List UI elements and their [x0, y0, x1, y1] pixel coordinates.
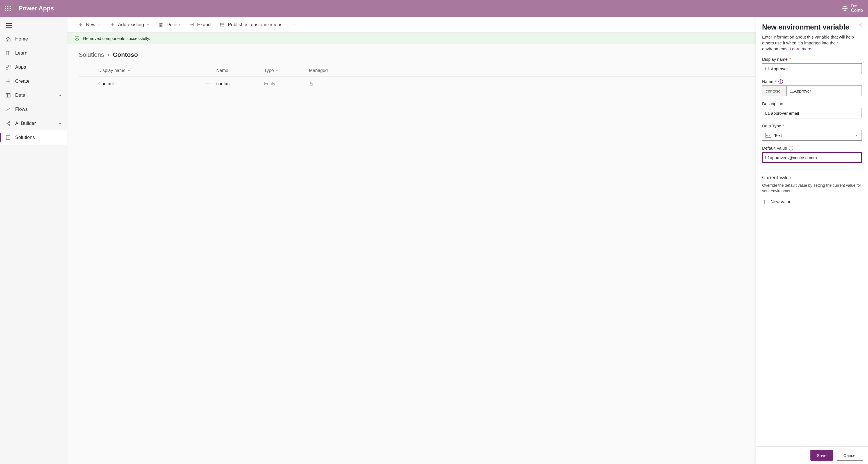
- sidebar-item-learn[interactable]: Learn: [0, 46, 67, 60]
- name-label: Name* i: [762, 79, 862, 84]
- delete-button[interactable]: Delete: [155, 20, 184, 29]
- svg-rect-30: [220, 23, 224, 26]
- publish-button[interactable]: Publish all customizations: [216, 20, 286, 29]
- chevron-right-icon: ›: [107, 51, 110, 58]
- info-icon[interactable]: i: [789, 146, 793, 150]
- new-value-button[interactable]: New value: [762, 199, 862, 204]
- top-bar: Power Apps Environ Conto: [0, 0, 868, 17]
- breadcrumb: Solutions › Contoso: [67, 44, 868, 64]
- grid-header: Display name Name Type Managed: [79, 64, 857, 77]
- svg-rect-7: [6, 67, 8, 69]
- chevron-down-icon: [98, 23, 101, 26]
- sidebar: Home Learn Apps Create: [0, 17, 67, 464]
- app-launcher-icon[interactable]: [5, 6, 11, 11]
- sidebar-item-home[interactable]: Home: [0, 32, 67, 46]
- name-input[interactable]: [786, 86, 862, 96]
- chevron-down-icon: [127, 69, 131, 72]
- plus-icon: [110, 22, 115, 28]
- svg-line-17: [7, 124, 9, 124]
- datatype-select[interactable]: Abc Text: [762, 130, 862, 141]
- hamburger-button[interactable]: [0, 17, 67, 32]
- environment-name: Conto: [851, 8, 863, 13]
- sidebar-item-create[interactable]: Create: [0, 74, 67, 88]
- svg-rect-25: [160, 24, 162, 27]
- column-type[interactable]: Type: [264, 68, 309, 73]
- main-content: New Add existing Delete: [67, 17, 868, 464]
- lock-icon: [309, 82, 345, 86]
- description-input[interactable]: [762, 108, 862, 118]
- plus-icon: [762, 199, 767, 204]
- sidebar-item-label: Flows: [15, 107, 28, 112]
- learn-more-link[interactable]: Learn more: [789, 47, 811, 51]
- command-bar: New Add existing Delete: [67, 17, 868, 33]
- currentvalue-desc: Override the default value by setting th…: [762, 183, 862, 194]
- new-env-variable-panel: New environment variable Enter informati…: [756, 17, 868, 464]
- delete-label: Delete: [166, 22, 180, 28]
- svg-rect-5: [6, 65, 8, 67]
- ai-icon: [5, 120, 11, 126]
- success-banner: Removed components successfully.: [67, 33, 868, 44]
- column-name[interactable]: Name: [216, 68, 264, 73]
- solutions-icon: [5, 135, 11, 141]
- add-existing-label: Add existing: [118, 22, 144, 28]
- breadcrumb-current: Contoso: [113, 51, 138, 58]
- defaultvalue-label: Default Value i: [762, 146, 862, 150]
- panel-intro: Enter information about this variable th…: [762, 34, 862, 52]
- sidebar-item-flows[interactable]: Flows: [0, 103, 67, 116]
- success-check-icon: [74, 35, 80, 41]
- column-managed[interactable]: Managed: [309, 68, 345, 73]
- sidebar-item-label: Solutions: [15, 135, 35, 140]
- environment-switcher[interactable]: Environ Conto: [842, 4, 863, 13]
- sidebar-item-label: Data: [15, 92, 25, 98]
- save-button[interactable]: Save: [810, 450, 833, 461]
- home-icon: [5, 36, 11, 42]
- flows-icon: [5, 106, 11, 113]
- sidebar-item-label: Home: [15, 36, 28, 42]
- svg-point-13: [6, 123, 7, 124]
- export-label: Export: [197, 22, 211, 28]
- chevron-down-icon: [276, 69, 279, 72]
- globe-icon: [842, 5, 848, 11]
- svg-rect-6: [8, 65, 10, 67]
- info-icon[interactable]: i: [778, 79, 783, 84]
- row-more-button[interactable]: ···: [199, 81, 216, 86]
- breadcrumb-root[interactable]: Solutions: [79, 51, 104, 58]
- panel-title: New environment variable: [762, 23, 862, 31]
- environment-label: Environ: [851, 4, 863, 8]
- defaultvalue-input[interactable]: [762, 152, 862, 163]
- sidebar-item-apps[interactable]: Apps: [0, 60, 67, 74]
- cancel-button[interactable]: Cancel: [837, 450, 863, 461]
- chevron-down-icon: [58, 121, 62, 125]
- datatype-label: Data Type*: [762, 123, 862, 128]
- row-type: Entity: [264, 81, 309, 86]
- svg-rect-33: [310, 84, 312, 85]
- table-row[interactable]: Contact ··· contact Entity: [79, 77, 857, 91]
- export-button[interactable]: Export: [185, 20, 214, 29]
- svg-point-32: [75, 36, 79, 40]
- apps-icon: [5, 64, 11, 70]
- sidebar-item-label: AI Builder: [15, 121, 36, 126]
- currentvalue-title: Current Value: [762, 175, 862, 180]
- sidebar-item-label: Learn: [15, 50, 27, 56]
- close-button[interactable]: [858, 23, 863, 28]
- text-type-icon: Abc: [765, 133, 771, 138]
- add-existing-button[interactable]: Add existing: [106, 20, 153, 29]
- display-name-label: Display name*: [762, 57, 862, 62]
- components-grid: Display name Name Type Managed Contact ·…: [67, 64, 868, 91]
- data-icon: [5, 92, 11, 98]
- chevron-down-icon: [855, 133, 859, 137]
- chevron-down-icon: [58, 93, 62, 97]
- sidebar-item-aibuilder[interactable]: AI Builder: [0, 116, 67, 130]
- new-button[interactable]: New: [74, 20, 104, 29]
- sidebar-item-solutions[interactable]: Solutions: [0, 130, 67, 145]
- svg-line-16: [7, 122, 9, 123]
- display-name-input[interactable]: [762, 63, 862, 74]
- export-icon: [189, 22, 194, 28]
- svg-rect-10: [6, 93, 10, 97]
- column-display-name[interactable]: Display name: [98, 68, 199, 73]
- more-commands-button[interactable]: ···: [288, 20, 300, 30]
- sidebar-item-data[interactable]: Data: [0, 88, 67, 103]
- svg-point-14: [9, 121, 10, 123]
- chevron-down-icon: [146, 23, 150, 26]
- description-label: Description: [762, 101, 862, 106]
